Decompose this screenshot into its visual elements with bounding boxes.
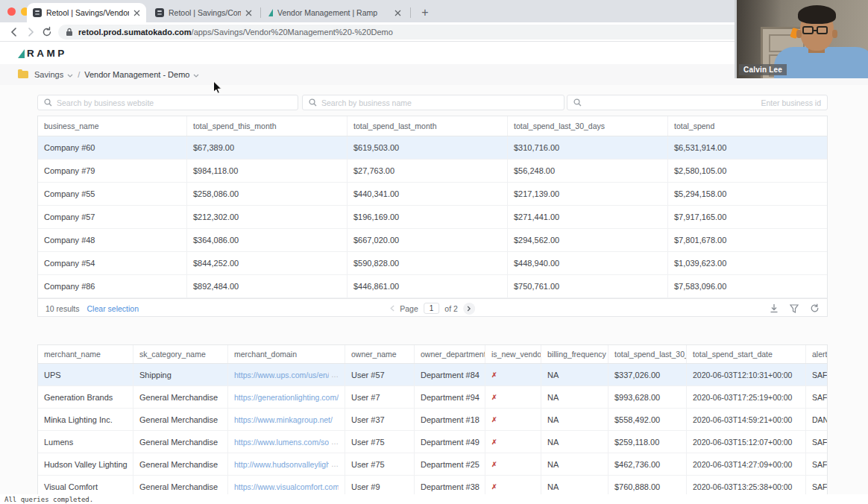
chevron-right-icon (467, 306, 471, 312)
table-cell: $310,716.00 (508, 136, 668, 159)
merchant-domain-link[interactable]: https://www.minkagroup.net/ (234, 415, 333, 424)
lock-icon (66, 28, 73, 37)
close-icon[interactable] (133, 10, 140, 16)
ramp-triangle-icon (18, 49, 25, 58)
table-row[interactable]: Company #48$364,086.00$667,020.00$294,56… (38, 229, 827, 252)
close-icon[interactable] (394, 10, 401, 16)
reload-icon[interactable] (810, 303, 820, 313)
browser-tab-3[interactable]: Vendor Management | Ramp (262, 3, 407, 22)
tab-title: Retool | Savings/Command C (169, 8, 241, 17)
browser-tab-2[interactable]: Retool | Savings/Command C (149, 3, 258, 22)
table-cell: Hudson Valley Lighting (38, 453, 133, 475)
merchant-domain-link[interactable]: http://www.hudsonvalleylightin (234, 460, 329, 469)
table-row[interactable]: Minka Lighting Inc.General Merchandiseht… (38, 409, 827, 431)
column-header[interactable]: total_spend_last_30_d... (608, 345, 687, 363)
column-header[interactable]: sk_category_name (133, 345, 228, 363)
column-header[interactable]: owner_department (415, 345, 485, 363)
table-cell: NA (541, 409, 608, 430)
is-new-vendor-cross-icon: ✗ (485, 453, 541, 475)
column-header[interactable]: total_spend (668, 116, 828, 136)
pagination: Page 1 of 2 (390, 303, 475, 315)
close-icon[interactable] (245, 10, 252, 16)
table-cell: SAFE (806, 453, 828, 475)
table-cell: Department #18 (415, 409, 485, 430)
filter-icon[interactable] (790, 304, 799, 313)
table-cell: NA (541, 431, 608, 453)
search-name-input[interactable] (321, 98, 558, 107)
column-header[interactable]: owner_name (345, 345, 415, 363)
table-row[interactable]: LumensGeneral Merchandisehttps://www.lum… (38, 431, 827, 453)
webcam-person-head (800, 9, 834, 51)
table-cell: User #57 (345, 364, 415, 385)
table-row[interactable]: Company #57$212,302.00$196,169.00$271,44… (38, 206, 827, 229)
breadcrumb-page[interactable]: Vendor Management - Demo (84, 70, 189, 79)
table-cell: $294,562.00 (508, 229, 668, 251)
truncation-ellipsis-icon: … (331, 438, 339, 446)
table-cell: $7,917,165.00 (668, 206, 828, 228)
search-website-box (37, 95, 298, 110)
table-cell: Department #49 (415, 431, 485, 453)
column-header[interactable]: total_spend_last_month (347, 116, 508, 136)
table-cell: $27,763.00 (347, 160, 508, 182)
forward-icon[interactable] (24, 25, 37, 39)
refresh-icon[interactable] (40, 25, 54, 39)
close-window-button[interactable] (7, 7, 16, 16)
chevron-left-icon[interactable] (390, 305, 394, 312)
ramp-logo[interactable]: RAMP (18, 48, 67, 59)
table-row[interactable]: Company #60$67,389.00$619,503.00$310,716… (38, 136, 827, 160)
table-row[interactable]: Company #55$258,086.00$440,341.00$217,13… (38, 183, 827, 206)
table-cell: $6,531,914.00 (668, 136, 828, 159)
column-header[interactable]: total_spend_start_date (687, 345, 806, 363)
merchant-domain-link[interactable]: https://generationlighting.com/ (234, 393, 339, 402)
webcam-person-hair (798, 5, 836, 24)
table-cell: https://generationlighting.com/ (228, 386, 345, 408)
chevron-down-icon[interactable] (67, 74, 73, 78)
table-cell: $1,039,623.00 (668, 252, 828, 274)
table-cell: Department #25 (415, 453, 485, 475)
page-label: Page (400, 304, 418, 313)
truncation-ellipsis-icon: … (331, 460, 339, 468)
table-cell: Company #79 (38, 160, 187, 182)
table-row[interactable]: Hudson Valley LightingGeneral Merchandis… (38, 453, 827, 476)
new-tab-button[interactable]: + (416, 4, 434, 22)
column-header[interactable]: total_spend_this_month (187, 116, 347, 136)
search-website-input[interactable] (57, 98, 292, 107)
table-cell: http://www.hudsonvalleylightin… (228, 453, 345, 475)
table-cell: $892,484.00 (187, 275, 347, 297)
table-row[interactable]: Generation BrandsGeneral Merchandisehttp… (38, 386, 827, 409)
table-cell: $667,020.00 (347, 229, 508, 251)
download-icon[interactable] (770, 303, 779, 313)
column-header[interactable]: is_new_vendor (485, 345, 541, 363)
table-row[interactable]: Company #86$892,484.00$446,861.00$750,76… (38, 275, 827, 298)
back-icon[interactable] (7, 25, 21, 39)
table-row[interactable]: Company #54$844,252.00$590,828.00$448,94… (38, 252, 827, 275)
page-number-input[interactable]: 1 (424, 303, 440, 314)
browser-tab-1[interactable]: Retool | Savings/Vendor Mana (27, 3, 146, 22)
clear-selection-link[interactable]: Clear selection (87, 304, 139, 313)
table-cell: $448,940.00 (508, 252, 668, 274)
next-page-button[interactable] (463, 303, 475, 315)
chevron-down-icon[interactable] (193, 74, 199, 78)
column-header[interactable]: business_name (38, 116, 187, 136)
table-cell: $259,118.00 (608, 431, 687, 453)
breadcrumb-group[interactable]: Savings (34, 70, 63, 79)
column-header[interactable]: merchant_domain (228, 345, 345, 363)
table-row[interactable]: Company #79$984,118.00$27,763.00$56,248.… (38, 160, 827, 183)
merchant-domain-link[interactable]: https://www.visualcomfort.com/ (234, 482, 339, 491)
table-cell: $5,294,158.00 (668, 183, 828, 205)
column-header[interactable]: merchant_name (38, 345, 133, 363)
business-id-input[interactable] (586, 98, 821, 107)
table-row[interactable]: UPSShippinghttps://www.ups.com/us/en/Ho…… (38, 364, 827, 386)
truncation-ellipsis-icon: … (331, 371, 339, 379)
merchant-domain-link[interactable]: https://www.lumens.com/sonne (234, 438, 329, 447)
column-header[interactable]: total_spend_last_30_days (508, 116, 668, 136)
table-cell: Shipping (133, 364, 228, 385)
table-cell: $984,118.00 (187, 160, 347, 182)
results-count: 10 results (45, 304, 80, 313)
spend-table: business_nametotal_spend_this_monthtotal… (37, 116, 828, 317)
merchant-domain-link[interactable]: https://www.ups.com/us/en/Ho (234, 371, 329, 379)
column-header[interactable]: billing_frequency (541, 345, 608, 363)
table-cell: $440,341.00 (347, 183, 508, 205)
column-header[interactable]: alert_status (806, 345, 828, 363)
retool-favicon-icon (33, 8, 42, 17)
